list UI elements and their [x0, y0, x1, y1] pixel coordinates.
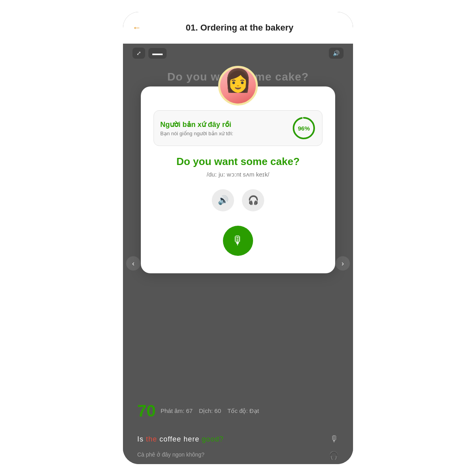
- headphone-icon: 🎧: [248, 195, 259, 205]
- avatar: 👩: [218, 66, 258, 106]
- score-subtitle: Bạn nói giống người bản xứ tới:: [160, 131, 292, 136]
- speaker-button[interactable]: 🔊: [212, 189, 234, 211]
- modal-card: 👩 Người bản xứ đây rồi Bạn nói giống ngư…: [141, 86, 335, 273]
- volume-icon: 🔊: [333, 50, 340, 56]
- fullscreen-button[interactable]: ▬▬: [148, 48, 167, 59]
- expand-button[interactable]: ⤢: [132, 48, 145, 59]
- toolbar-left: ⤢ ▬▬: [132, 48, 167, 59]
- score-percent: 96%: [298, 125, 310, 132]
- main-sentence: Do you want some cake?: [177, 155, 300, 168]
- modal-overlay: 👩 Người bản xứ đây rồi Bạn nói giống ngư…: [123, 63, 353, 464]
- toolbar-right: 🔊: [329, 48, 344, 59]
- score-title: Người bản xứ đây rồi: [160, 120, 292, 129]
- page-title: 01. Ordering at the bakery: [148, 23, 332, 33]
- avatar-face: 👩: [220, 68, 256, 104]
- header: ← 01. Ordering at the bakery: [123, 12, 353, 44]
- volume-button[interactable]: 🔊: [329, 48, 344, 59]
- score-circle: 96%: [292, 116, 316, 140]
- score-text-left: Người bản xứ đây rồi Bạn nói giống người…: [160, 120, 292, 136]
- back-button[interactable]: ←: [132, 23, 141, 33]
- speaker-icon: 🔊: [218, 195, 228, 205]
- audio-buttons: 🔊 🎧: [212, 189, 264, 211]
- expand-icon: ⤢: [136, 50, 141, 56]
- headphone-button[interactable]: 🎧: [242, 189, 264, 211]
- phonetic: /duː juː wɔːnt sʌm keɪk/: [207, 171, 269, 178]
- mic-button[interactable]: 🎙: [223, 226, 253, 256]
- background-content: Do you want some cake? ‹ › 👩 Người bản x…: [123, 63, 353, 464]
- score-box: Người bản xứ đây rồi Bạn nói giống người…: [154, 110, 322, 146]
- fullscreen-icon: ▬▬: [152, 50, 163, 56]
- toolbar: ⤢ ▬▬ 🔊: [123, 44, 353, 63]
- mic-icon: 🎙: [232, 234, 244, 248]
- phone-frame: ← 01. Ordering at the bakery ⤢ ▬▬ 🔊 Do y…: [123, 12, 353, 464]
